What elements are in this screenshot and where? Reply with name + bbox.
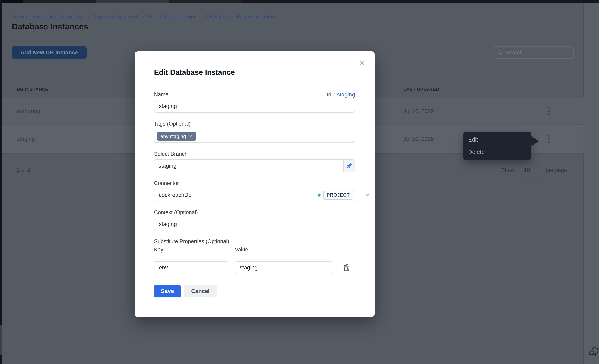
key-label: Key (154, 247, 163, 253)
column-header-db-instance: DB INSTANCE (17, 87, 48, 92)
db-instance-name-cell: staging (17, 136, 35, 142)
context-menu-arrow (531, 136, 539, 147)
tab-segment (241, 0, 599, 3)
context-menu-delete[interactable]: Delete (463, 146, 531, 158)
edit-database-instance-modal: Edit Database Instance Name Id : staging… (135, 52, 375, 317)
modal-title: Edit Database Instance (154, 68, 235, 77)
pin-branch-button[interactable] (344, 160, 355, 172)
breadcrumb-separator: › (142, 14, 143, 20)
add-db-instance-button[interactable]: Add New DB Instance (12, 46, 87, 59)
search-input[interactable] (506, 50, 565, 56)
cancel-button[interactable]: Cancel (184, 285, 217, 297)
screen: Account: kurosakiichigo.songoku › Organi… (0, 0, 599, 364)
tag-chip: env:staging ✕ (157, 132, 196, 141)
tags-label: Tags (Optional) (154, 121, 191, 127)
divider (2, 38, 584, 38)
substitute-key-input[interactable] (154, 261, 228, 274)
window-edge-strip (0, 0, 2, 364)
branch-input[interactable] (154, 160, 344, 172)
support-chat-icon[interactable] (588, 346, 599, 358)
per-page-label: per page (546, 167, 567, 173)
breadcrumb-schema-link[interactable]: DB Schema: db_devops_demo (206, 14, 275, 19)
last-updated-cell: Jul 10, 2025 (404, 136, 434, 142)
breadcrumb-organization-link[interactable]: Organization: default (93, 14, 139, 19)
chevron-down-icon (533, 167, 538, 172)
tab-segment (0, 0, 23, 3)
row-count-text: 2 of 2 (17, 167, 30, 173)
breadcrumb-project-link[interactable]: Project: Default Project (147, 14, 198, 19)
substitute-value-input[interactable] (235, 261, 332, 274)
divider (2, 358, 583, 358)
pushpin-icon (346, 162, 352, 169)
tab-segment (169, 0, 241, 3)
select-branch-label: Select Branch (154, 151, 188, 157)
id-row: Id : staging (327, 91, 355, 98)
value-label: Value (235, 247, 248, 253)
browser-tab-strip (0, 0, 599, 3)
context-menu-edit[interactable]: Edit (463, 133, 531, 146)
breadcrumb: Account: kurosakiichigo.songoku › Organi… (12, 14, 275, 20)
last-updated-cell: Jul 10, 2025 (404, 108, 434, 114)
page-size-select[interactable]: 10 (519, 164, 542, 176)
connector-select[interactable]: cockroachDb PROJECT (154, 189, 355, 201)
row-actions-kebab-icon[interactable] (544, 105, 553, 117)
breadcrumb-account-link[interactable]: Account: kurosakiichigo.songoku (12, 14, 84, 19)
breadcrumb-separator: › (201, 14, 203, 20)
id-label: Id (327, 91, 331, 98)
search-icon (497, 50, 503, 56)
column-header-last-updated: LAST UPDATED (404, 87, 439, 92)
connector-status-dot (318, 194, 321, 196)
chevron-down-icon (364, 192, 370, 198)
page-title: Database Instances (12, 22, 88, 31)
tag-chip-text: env:staging (160, 133, 186, 139)
connector-value: cockroachDb (159, 192, 191, 198)
connector-label: Connector (154, 180, 179, 186)
tab-segment (23, 0, 96, 3)
remove-tag-icon[interactable]: ✕ (189, 134, 193, 139)
db-instance-name-cell: authoring (17, 108, 40, 114)
trash-icon (342, 263, 351, 272)
id-value-link[interactable]: staging (337, 91, 355, 98)
tags-input[interactable]: env:staging ✕ (154, 130, 355, 143)
context-label: Context (Optional) (154, 209, 198, 215)
tab-segment-active (96, 0, 169, 3)
connector-scope-badge: PROJECT (323, 191, 353, 200)
row-actions-kebab-icon[interactable] (544, 133, 553, 145)
branch-field (154, 160, 355, 172)
edge-handle (0, 325, 2, 355)
save-button[interactable]: Save (154, 285, 181, 297)
page-size-value: 10 (524, 167, 530, 173)
substitute-properties-label: Substitute Properties (Optional) (154, 239, 229, 245)
show-label: Show (501, 167, 515, 173)
row-context-menu: Edit Delete (463, 132, 531, 160)
breadcrumb-separator: › (88, 14, 89, 20)
name-label: Name (154, 91, 168, 98)
close-icon[interactable] (358, 59, 366, 67)
id-colon: : (334, 91, 335, 98)
name-input[interactable] (154, 100, 355, 113)
delete-substitute-row-button[interactable] (342, 263, 351, 272)
context-input[interactable] (154, 218, 355, 231)
search-box[interactable] (493, 46, 574, 59)
